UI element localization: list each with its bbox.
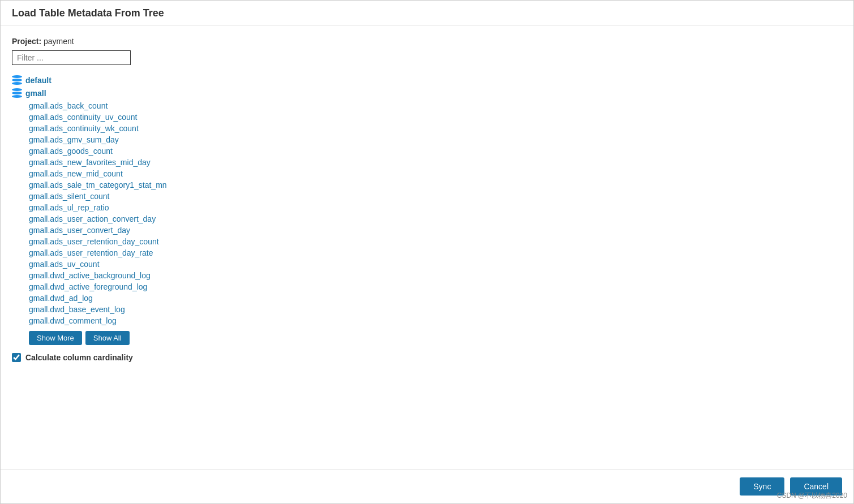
list-item[interactable]: gmall.dwd_ad_log	[29, 292, 842, 304]
list-item[interactable]: gmall.ads_ul_rep_ratio	[29, 202, 842, 213]
project-label: Project: payment	[12, 37, 842, 46]
list-item[interactable]: gmall.ads_user_convert_day	[29, 225, 842, 236]
dialog-body: Project: payment default gmall	[1, 25, 853, 469]
list-item[interactable]: gmall.ads_user_retention_day_rate	[29, 247, 842, 259]
watermark: CSDN @不以物喜2020	[777, 491, 847, 501]
dialog-title: Load Table Metadata From Tree	[1, 1, 853, 25]
list-item[interactable]: gmall.dwd_active_foreground_log	[29, 281, 842, 292]
show-buttons-group: Show More Show All	[12, 331, 842, 345]
calculate-row: Calculate column cardinality	[12, 353, 842, 362]
list-item[interactable]: gmall.ads_user_action_convert_day	[29, 213, 842, 225]
show-more-button[interactable]: Show More	[29, 331, 82, 345]
list-item[interactable]: gmall.ads_user_retention_day_count	[29, 236, 842, 247]
show-all-button[interactable]: Show All	[85, 331, 130, 345]
list-item[interactable]: gmall.ads_silent_count	[29, 191, 842, 202]
list-item[interactable]: gmall.ads_continuity_uv_count	[29, 111, 842, 123]
project-key: Project:	[12, 37, 41, 46]
list-item[interactable]: gmall.ads_new_mid_count	[29, 168, 842, 179]
list-item[interactable]: gmall.ads_goods_count	[29, 145, 842, 157]
load-table-dialog: Load Table Metadata From Tree Project: p…	[0, 0, 854, 504]
calculate-label: Calculate column cardinality	[25, 353, 133, 362]
list-item[interactable]: gmall.ads_sale_tm_category1_stat_mn	[29, 179, 842, 191]
database-icon-default	[12, 75, 22, 85]
list-item[interactable]: gmall.ads_uv_count	[29, 259, 842, 270]
calculate-checkbox[interactable]	[12, 353, 21, 362]
tree-item-gmall[interactable]: gmall	[12, 87, 842, 99]
list-item[interactable]: gmall.ads_gmv_sum_day	[29, 134, 842, 145]
dialog-footer: Sync Cancel	[1, 469, 853, 503]
list-item[interactable]: gmall.dwd_comment_log	[29, 315, 842, 326]
list-item[interactable]: gmall.ads_back_count	[29, 100, 842, 111]
tree-root-gmall[interactable]: gmall gmall.ads_back_count gmall.ads_con…	[12, 87, 842, 345]
list-item[interactable]: gmall.ads_new_favorites_mid_day	[29, 157, 842, 168]
list-item[interactable]: gmall.dwd_active_background_log	[29, 270, 842, 281]
tree-children-gmall: gmall.ads_back_count gmall.ads_continuit…	[12, 100, 842, 326]
list-item[interactable]: gmall.ads_continuity_wk_count	[29, 123, 842, 134]
tree-root-default[interactable]: default	[12, 74, 842, 86]
list-item[interactable]: gmall.dwd_base_event_log	[29, 304, 842, 315]
tree-list: default gmall gmall.ads_back_count gmall…	[12, 74, 842, 345]
project-value: payment	[44, 37, 74, 46]
database-icon-gmall	[12, 88, 22, 98]
tree-label-default: default	[25, 76, 52, 85]
filter-input[interactable]	[12, 50, 131, 65]
tree-label-gmall: gmall	[25, 89, 46, 98]
tree-item-default[interactable]: default	[12, 74, 842, 86]
